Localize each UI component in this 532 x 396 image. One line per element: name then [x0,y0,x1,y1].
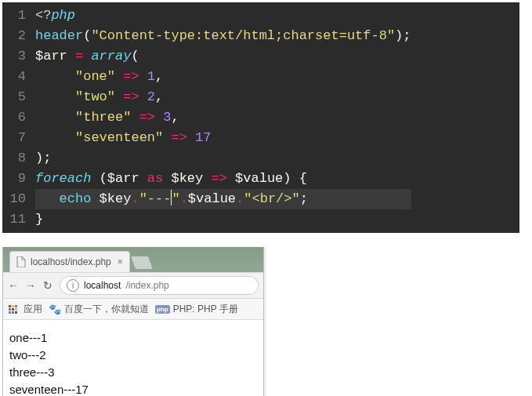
line-number: 7 [7,128,26,148]
line-number: 1 [7,5,26,26]
url-path: /index.php [125,280,168,291]
code-line[interactable]: "one" => 1, [35,67,411,87]
url-host: localhost [84,280,121,291]
file-icon [16,256,26,267]
code-line[interactable]: header("Content-type:text/html;charset=u… [35,26,411,46]
line-number: 3 [7,46,26,67]
code-line[interactable]: <?php [35,5,411,26]
paw-icon: 🐾 [49,303,61,315]
code-line[interactable]: "two" => 2, [35,87,411,107]
output-line: three---3 [9,364,257,381]
code-line[interactable]: foreach ($arr as $key => $value) { [35,169,411,189]
line-number: 11 [7,209,26,230]
line-number: 6 [7,107,26,128]
new-tab-button[interactable] [131,256,153,269]
code-line[interactable]: "three" => 3, [35,107,411,128]
output-line: two---2 [9,347,257,364]
browser-tab[interactable]: localhost/index.php × [9,251,130,272]
line-number: 2 [7,26,26,46]
apps-icon[interactable] [8,304,17,314]
forward-button[interactable]: → [25,279,36,292]
tab-title: localhost/index.php [31,256,111,267]
bookmark-apps[interactable]: 应用 [24,303,42,316]
bookmark-baidu[interactable]: 🐾百度一下，你就知道 [49,303,149,316]
code-area[interactable]: <?phpheader("Content-type:text/html;char… [34,5,411,230]
line-number: 8 [7,148,26,169]
page-output: one---1two---2three---3seventeen---17 [3,320,263,396]
bookmarks-bar: 应用 🐾百度一下，你就知道 phpPHP: PHP 手册 [3,299,263,320]
line-number-gutter: 1234567891011 [2,5,34,230]
close-icon[interactable]: × [118,256,123,267]
code-line[interactable]: $arr = array( [35,46,411,67]
line-number: 10 [7,189,26,209]
output-line: one---1 [9,329,257,347]
info-icon[interactable]: i [67,279,79,292]
php-icon: php [155,305,170,314]
line-number: 4 [7,67,26,87]
code-line[interactable]: echo $key."---".$value."<br/>"; [35,189,411,209]
code-editor[interactable]: 1234567891011 <?phpheader("Content-type:… [2,2,519,233]
code-line[interactable]: "seventeen" => 17 [35,128,411,148]
tab-bar: localhost/index.php × [3,247,263,272]
url-input[interactable]: i localhost/index.php [60,276,259,295]
output-line: seventeen---17 [9,381,257,396]
line-number: 5 [7,87,26,107]
reload-button[interactable]: ↻ [42,279,53,292]
code-line[interactable]: ); [35,148,411,169]
bookmark-php[interactable]: phpPHP: PHP 手册 [155,303,238,316]
line-number: 9 [7,169,26,189]
back-button[interactable]: ← [8,279,19,292]
address-bar: ← → ↻ i localhost/index.php [3,272,263,299]
code-line[interactable]: } [35,209,411,230]
browser-window: localhost/index.php × ← → ↻ i localhost/… [2,247,264,396]
